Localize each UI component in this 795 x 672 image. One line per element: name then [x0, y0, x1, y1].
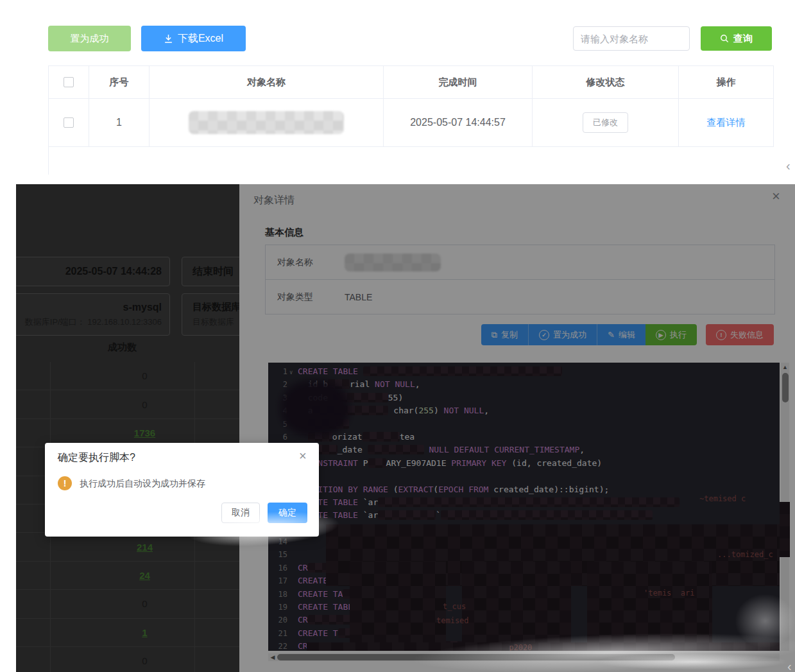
- top-panel: 置为成功 下载Excel 查询 序号 对象名称 完成时间 修改状态 操作 1: [0, 0, 795, 184]
- view-details-link[interactable]: 查看详情: [707, 117, 746, 129]
- code-line: 2 id brial NOT NULL,: [268, 378, 780, 391]
- line-number: 16: [268, 562, 287, 574]
- code-text: ,: [579, 445, 585, 454]
- set-success-button-top[interactable]: 置为成功: [48, 26, 131, 51]
- code-text: 255: [418, 406, 433, 415]
- line-number: 22: [268, 640, 287, 651]
- search-icon: [720, 34, 729, 43]
- redacted-object-name: [189, 111, 344, 134]
- code-text: CREATE TABLE: [298, 366, 363, 376]
- stat-count: 0: [73, 370, 217, 381]
- code-text: EPOCH FROM: [438, 485, 488, 494]
- scroll-left-icon[interactable]: ◀: [268, 654, 277, 660]
- stat-row: 0: [16, 647, 239, 672]
- dialog-close-icon[interactable]: ×: [299, 449, 307, 462]
- target-db-sub: 目标数据库: [192, 316, 239, 328]
- drawer-actions: ⧉复制✓置为成功✎编辑▶执行!失败信息: [265, 324, 774, 345]
- dialog-message: 执行成功后自动设为成功并保存: [80, 478, 205, 490]
- code-text: NOT NULL: [375, 379, 415, 389]
- info-row-name: 对象名称: [266, 245, 774, 279]
- code-line: 6 orizattea: [268, 431, 780, 444]
- horizontal-scroll-thumb[interactable]: [277, 654, 675, 660]
- start-time-value: 2025-05-07 14:44:28: [65, 266, 162, 277]
- code-fragment: t_cus: [443, 602, 466, 611]
- code-text: `: [436, 510, 441, 520]
- code-fragment: 'temis ari: [644, 589, 694, 598]
- code-text: ,: [484, 406, 489, 415]
- redacted-code: [363, 432, 400, 442]
- execute-button[interactable]: ▶执行: [645, 324, 697, 345]
- failure-info-button[interactable]: !失败信息: [706, 324, 774, 345]
- code-fragment: temised: [436, 616, 469, 625]
- cancel-button[interactable]: 取消: [221, 503, 260, 523]
- object-name-value: [345, 245, 774, 279]
- stat-row: 24: [16, 562, 239, 590]
- redacted-code: [378, 497, 680, 507]
- query-button[interactable]: 查询: [701, 26, 772, 51]
- copy-button[interactable]: ⧉复制: [481, 324, 528, 345]
- fold-chevron-icon[interactable]: ∨: [289, 366, 293, 379]
- object-details-drawer: 对象详情 × 基本信息 对象名称 对象类型 TABLE ⧉复制✓置为成功✎编辑▶…: [239, 184, 795, 672]
- drawer-title: 对象详情: [253, 194, 295, 207]
- code-text: created_date)::bigint);: [488, 485, 609, 494]
- col-index: 序号: [89, 66, 150, 99]
- horizontal-scrollbar[interactable]: ◀: [268, 653, 780, 661]
- status-badge: 已修改: [583, 112, 628, 133]
- check-circle-icon: ✓: [539, 330, 549, 340]
- warning-circle-icon: !: [716, 330, 726, 340]
- row-object-name: [150, 99, 384, 147]
- failure-info-button-label: 失败信息: [730, 329, 764, 341]
- code-text: char(: [388, 406, 418, 415]
- vertical-scroll-thumb[interactable]: [782, 373, 789, 402]
- stat-row: 0: [16, 362, 239, 390]
- redacted-code: [368, 458, 386, 468]
- stat-count: 0: [73, 598, 217, 609]
- stat-count: 0: [73, 655, 217, 666]
- code-text: (id, created_date): [506, 458, 602, 468]
- stat-count-link[interactable]: 214: [73, 542, 217, 553]
- object-type-label: 对象类型: [266, 291, 345, 303]
- basic-info-table: 对象名称 对象类型 TABLE: [265, 245, 775, 314]
- code-text: P: [358, 458, 368, 468]
- stat-count-link[interactable]: 1: [73, 627, 217, 638]
- table-row: 1 2025-05-07 14:44:57 已修改 查看详情: [49, 99, 774, 147]
- row-checkbox[interactable]: [64, 117, 74, 128]
- row-index: 1: [89, 99, 150, 147]
- code-text: _date: [338, 445, 368, 454]
- collapse-chevron-bottom[interactable]: ‹: [787, 660, 792, 672]
- stat-count-link[interactable]: 24: [73, 570, 217, 581]
- set-success-button-label: 置为成功: [553, 329, 586, 341]
- line-number: 20: [268, 614, 287, 626]
- source-db-name: s-mysql: [123, 302, 162, 313]
- scroll-up-icon[interactable]: ▲: [781, 364, 789, 370]
- info-row-type: 对象类型 TABLE: [266, 279, 774, 314]
- search-input[interactable]: [573, 26, 690, 51]
- code-text: NULL DEFAULT CURRENT_TIMESTAMP: [429, 445, 579, 454]
- edit-button[interactable]: ✎编辑: [597, 324, 645, 345]
- background-stats-panel: 2025-05-07 14:44:28 结束时间 s-mysql 数据库IP/端…: [16, 184, 239, 672]
- code-text: orizat: [332, 432, 363, 442]
- select-all-checkbox[interactable]: [64, 77, 74, 87]
- collapse-chevron-top[interactable]: ‹: [786, 159, 791, 172]
- confirm-button[interactable]: 确定: [268, 503, 307, 523]
- code-text: CR: [298, 615, 308, 625]
- download-excel-button[interactable]: 下载Excel: [141, 26, 246, 51]
- object-table: 序号 对象名称 完成时间 修改状态 操作 1 2025-05-07 14:44:…: [48, 65, 774, 175]
- set-success-label: 置为成功: [71, 33, 109, 45]
- set-success-button[interactable]: ✓置为成功: [528, 324, 597, 345]
- row-status: 已修改: [533, 99, 679, 147]
- code-editor[interactable]: 1∨CREATE TABLE 2 id brial NOT NULL,3 cod…: [268, 363, 780, 651]
- drawer-close-icon[interactable]: ×: [772, 189, 780, 203]
- line-number: 15: [268, 548, 287, 561]
- line-number: 19: [268, 601, 287, 614]
- stat-count-link[interactable]: 1736: [73, 427, 217, 438]
- code-text: CREATE TABLE: [298, 602, 358, 612]
- code-line: 9: [268, 470, 780, 483]
- col-finish-time: 完成时间: [384, 66, 533, 99]
- line-number: 6: [268, 431, 287, 444]
- stat-row: 0: [16, 590, 239, 618]
- redaction-block-col1: [350, 562, 446, 644]
- code-fragment: ~temised c: [699, 494, 746, 503]
- object-name-label: 对象名称: [266, 257, 345, 268]
- code-line: 12CREATE TABLE `ar`: [268, 509, 780, 522]
